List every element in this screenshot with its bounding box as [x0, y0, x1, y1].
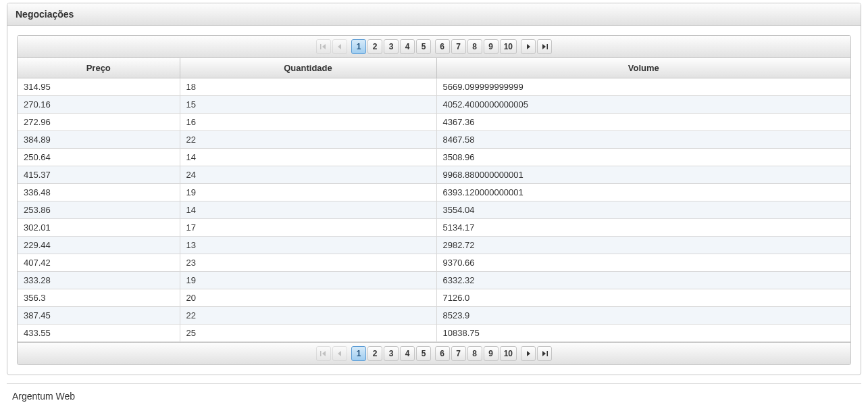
table-body: 314.95185669.099999999999270.16154052.40…	[18, 78, 850, 342]
paginator-page-5[interactable]: 5	[416, 346, 431, 361]
table-row[interactable]: 333.28196332.32	[18, 272, 850, 289]
cell-volume: 2982.72	[436, 237, 850, 254]
cell-quantidade: 19	[180, 272, 436, 289]
svg-rect-2	[320, 351, 322, 356]
table-row[interactable]: 250.64143508.96	[18, 149, 850, 166]
paginator-page-9[interactable]: 9	[484, 39, 499, 54]
svg-rect-1	[546, 44, 548, 49]
paginator-first-icon	[316, 346, 331, 361]
cell-quantidade: 17	[180, 219, 436, 237]
paginator-page-9[interactable]: 9	[484, 346, 499, 361]
paginator-next-icon[interactable]	[521, 39, 536, 54]
table-row[interactable]: 433.552510838.75	[18, 325, 850, 342]
cell-preco: 229.44	[18, 237, 180, 254]
cell-preco: 302.01	[18, 219, 180, 237]
cell-volume: 3554.04	[436, 201, 850, 219]
panel-title: Negociações	[7, 3, 861, 26]
table-row[interactable]: 302.01175134.17	[18, 219, 850, 237]
paginator-page-10[interactable]: 10	[500, 346, 517, 361]
cell-volume: 5669.099999999999	[436, 78, 850, 96]
paginator-page-8[interactable]: 8	[467, 39, 482, 54]
table-row[interactable]: 415.37249968.880000000001	[18, 166, 850, 184]
cell-preco: 336.48	[18, 184, 180, 201]
paginator-bottom: 12345 678910	[18, 342, 850, 364]
cell-volume: 8523.9	[436, 307, 850, 325]
cell-quantidade: 22	[180, 131, 436, 149]
negociacoes-table: Preço Quantidade Volume 314.95185669.099…	[18, 58, 850, 342]
data-table-wrapper: 12345 678910 Preço Quantidade Volume 314…	[17, 35, 851, 365]
paginator-page-6[interactable]: 6	[435, 39, 450, 54]
cell-volume: 9968.880000000001	[436, 166, 850, 184]
table-row[interactable]: 387.45228523.9	[18, 307, 850, 325]
cell-preco: 333.28	[18, 272, 180, 289]
paginator-prev-icon	[332, 39, 347, 54]
panel-body: 12345 678910 Preço Quantidade Volume 314…	[7, 26, 861, 375]
cell-quantidade: 14	[180, 149, 436, 166]
column-header-quantidade[interactable]: Quantidade	[180, 58, 436, 78]
paginator-page-2[interactable]: 2	[367, 346, 382, 361]
table-row[interactable]: 229.44132982.72	[18, 237, 850, 254]
cell-quantidade: 24	[180, 166, 436, 184]
cell-preco: 407.42	[18, 254, 180, 272]
cell-quantidade: 25	[180, 325, 436, 342]
cell-volume: 7126.0	[436, 289, 850, 307]
cell-quantidade: 23	[180, 254, 436, 272]
paginator-page-7[interactable]: 7	[451, 346, 466, 361]
cell-volume: 6393.120000000001	[436, 184, 850, 201]
paginator-page-8[interactable]: 8	[467, 346, 482, 361]
cell-quantidade: 22	[180, 307, 436, 325]
paginator-top: 12345 678910	[18, 36, 850, 58]
cell-preco: 415.37	[18, 166, 180, 184]
cell-volume: 5134.17	[436, 219, 850, 237]
paginator-page-4[interactable]: 4	[400, 39, 415, 54]
table-row[interactable]: 270.16154052.4000000000005	[18, 96, 850, 114]
cell-quantidade: 16	[180, 114, 436, 131]
paginator-page-5[interactable]: 5	[416, 39, 431, 54]
cell-volume: 4367.36	[436, 114, 850, 131]
cell-preco: 433.55	[18, 325, 180, 342]
cell-preco: 387.45	[18, 307, 180, 325]
cell-quantidade: 13	[180, 237, 436, 254]
paginator-page-1[interactable]: 1	[351, 346, 366, 361]
paginator-page-4[interactable]: 4	[400, 346, 415, 361]
paginator-first-icon	[316, 39, 331, 54]
table-row[interactable]: 272.96164367.36	[18, 114, 850, 131]
cell-quantidade: 14	[180, 201, 436, 219]
footer-text: Argentum Web	[7, 383, 861, 407]
table-row[interactable]: 407.42239370.66	[18, 254, 850, 272]
paginator-page-10[interactable]: 10	[500, 39, 517, 54]
table-row[interactable]: 253.86143554.04	[18, 201, 850, 219]
table-row[interactable]: 356.3207126.0	[18, 289, 850, 307]
cell-volume: 6332.32	[436, 272, 850, 289]
paginator-page-7[interactable]: 7	[451, 39, 466, 54]
cell-volume: 9370.66	[436, 254, 850, 272]
cell-quantidade: 15	[180, 96, 436, 114]
paginator-last-icon[interactable]	[537, 346, 552, 361]
paginator-last-icon[interactable]	[537, 39, 552, 54]
paginator-page-3[interactable]: 3	[384, 346, 399, 361]
paginator-page-1[interactable]: 1	[351, 39, 366, 54]
paginator-page-2[interactable]: 2	[367, 39, 382, 54]
paginator-next-icon[interactable]	[521, 346, 536, 361]
table-row[interactable]: 336.48196393.120000000001	[18, 184, 850, 201]
cell-volume: 4052.4000000000005	[436, 96, 850, 114]
column-header-preco[interactable]: Preço	[18, 58, 180, 78]
paginator-prev-icon	[332, 346, 347, 361]
paginator-page-6[interactable]: 6	[435, 346, 450, 361]
svg-rect-0	[320, 44, 322, 49]
table-row[interactable]: 384.89228467.58	[18, 131, 850, 149]
table-header-row: Preço Quantidade Volume	[18, 58, 850, 78]
cell-preco: 253.86	[18, 201, 180, 219]
cell-preco: 356.3	[18, 289, 180, 307]
cell-preco: 270.16	[18, 96, 180, 114]
table-row[interactable]: 314.95185669.099999999999	[18, 78, 850, 96]
paginator-page-3[interactable]: 3	[384, 39, 399, 54]
cell-preco: 272.96	[18, 114, 180, 131]
negociacoes-panel: Negociações 12345 678910 Preço Quantidad…	[7, 3, 861, 375]
cell-volume: 8467.58	[436, 131, 850, 149]
column-header-volume[interactable]: Volume	[436, 58, 850, 78]
cell-volume: 10838.75	[436, 325, 850, 342]
cell-quantidade: 19	[180, 184, 436, 201]
cell-quantidade: 18	[180, 78, 436, 96]
cell-volume: 3508.96	[436, 149, 850, 166]
